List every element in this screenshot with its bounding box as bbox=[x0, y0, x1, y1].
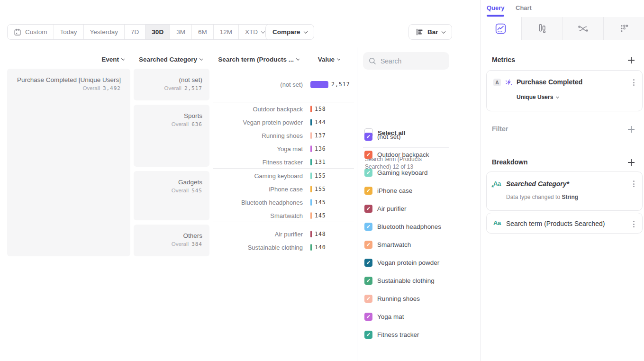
date-range-3m[interactable]: 3M bbox=[170, 25, 192, 39]
checkbox-checked-icon[interactable]: ✓ bbox=[364, 331, 372, 339]
checkbox-checked-icon[interactable]: ✓ bbox=[364, 259, 372, 267]
term-row-yoga-mat[interactable]: Yoga mat136 bbox=[213, 142, 354, 155]
event-cell[interactable]: Purchase Completed [Unique Users] Overal… bbox=[7, 69, 130, 256]
checkbox-checked-icon[interactable]: ✓ bbox=[364, 187, 372, 195]
tab-retention[interactable] bbox=[603, 17, 644, 40]
value-label: 155 bbox=[315, 182, 326, 196]
metric-measurement-dropdown[interactable]: Unique Users bbox=[517, 94, 559, 100]
breakdown-card-searched-category[interactable]: Aa* Searched Category* Data type changed… bbox=[486, 171, 643, 211]
column-header-event[interactable]: Event bbox=[66, 54, 125, 64]
category-cell-others[interactable]: OthersOverall384 bbox=[134, 225, 209, 256]
date-range-label: Yesterday bbox=[90, 28, 118, 36]
tab-insights[interactable] bbox=[481, 17, 521, 40]
legend-item-label: Air purifier bbox=[377, 205, 407, 212]
date-range-yesterday[interactable]: Yesterday bbox=[84, 25, 125, 39]
legend-item-air-purifier[interactable]: ✓Air purifier bbox=[364, 199, 473, 217]
legend-item-smartwatch[interactable]: ✓Smartwatch bbox=[364, 235, 473, 253]
add-breakdown-button[interactable] bbox=[628, 159, 635, 166]
term-row-fitness-tracker[interactable]: Fitness tracker131 bbox=[213, 155, 354, 169]
tab-query[interactable]: Query bbox=[487, 4, 505, 11]
term-row-air-purifier[interactable]: Air purifier148 bbox=[213, 227, 354, 241]
group-divider bbox=[213, 168, 354, 169]
checkbox-checked-icon[interactable]: ✓ bbox=[364, 277, 372, 285]
legend-item-label: Bluetooth headphones bbox=[377, 223, 441, 230]
legend-item-outdoor-backpack[interactable]: ✓Outdoor backpack bbox=[364, 145, 473, 163]
checkbox-checked-icon[interactable]: ✓ bbox=[364, 241, 372, 249]
value-bar bbox=[310, 172, 312, 179]
category-cell-not-set[interactable]: (not set)Overall2,517 bbox=[134, 69, 209, 100]
date-range-label: 7D bbox=[131, 28, 139, 36]
date-range-custom[interactable]: Custom bbox=[8, 25, 54, 39]
date-range-6m[interactable]: 6M bbox=[192, 25, 214, 39]
term-label: Running shoes bbox=[213, 129, 303, 142]
category-cell-sports[interactable]: SportsOverall636 bbox=[134, 105, 209, 167]
legend-item-bluetooth-headphones[interactable]: ✓Bluetooth headphones bbox=[364, 217, 473, 235]
legend-item-fitness-tracker[interactable]: ✓Fitness tracker bbox=[364, 325, 473, 343]
search-box[interactable] bbox=[363, 52, 449, 70]
legend-item-label: Fitness tracker bbox=[377, 331, 419, 338]
date-range-label: XTD bbox=[245, 28, 258, 36]
checkbox-checked-icon[interactable]: ✓ bbox=[364, 295, 372, 303]
chevron-down-icon bbox=[200, 56, 203, 60]
term-row-iphone-case[interactable]: iPhone case155 bbox=[213, 182, 354, 196]
filter-heading: Filter bbox=[492, 125, 508, 133]
breakdown-card-search-term[interactable]: Aa Search term (Products Searched) bbox=[486, 213, 643, 234]
calendar-icon bbox=[14, 28, 21, 36]
compare-button[interactable]: Compare bbox=[265, 24, 314, 40]
tab-chart[interactable]: Chart bbox=[516, 4, 532, 11]
legend-item-iphone-case[interactable]: ✓iPhone case bbox=[364, 181, 473, 199]
legend-item-gaming-keyboard[interactable]: ✓Gaming keyboard bbox=[364, 163, 473, 181]
term-row-not-set[interactable]: (not set)2,517 bbox=[213, 78, 354, 91]
date-range-30d[interactable]: 30D bbox=[145, 25, 170, 39]
retention-icon bbox=[619, 24, 629, 34]
column-header-searched-category[interactable]: Searched Category bbox=[134, 54, 203, 64]
legend-item-vegan-protein-powder[interactable]: ✓Vegan protein powder bbox=[364, 253, 473, 271]
term-label: Bluetooth headphones bbox=[213, 196, 303, 209]
checkbox-checked-icon[interactable]: ✓ bbox=[364, 313, 372, 321]
term-row-vegan-protein-powder[interactable]: Vegan protein powder144 bbox=[213, 116, 354, 129]
date-range-label: 3M bbox=[176, 28, 185, 36]
category-name: Gadgets bbox=[134, 178, 202, 186]
legend-item-not-set[interactable]: ✓(not set) bbox=[364, 127, 473, 145]
tab-flows[interactable] bbox=[562, 17, 604, 40]
date-range-label: 30D bbox=[152, 28, 163, 36]
series-letter-badge: A bbox=[493, 79, 501, 86]
legend-item-yoga-mat[interactable]: ✓Yoga mat bbox=[364, 307, 473, 325]
date-range-12m[interactable]: 12M bbox=[214, 25, 239, 39]
legend-item-label: Outdoor backpack bbox=[377, 151, 429, 158]
checkbox-checked-icon[interactable]: ✓ bbox=[364, 133, 372, 141]
term-row-sustainable-clothing[interactable]: Sustainable clothing140 bbox=[213, 241, 354, 254]
category-name: Sports bbox=[134, 112, 202, 120]
checkbox-checked-icon[interactable]: ✓ bbox=[364, 151, 372, 159]
search-input[interactable] bbox=[381, 57, 442, 65]
add-metric-button[interactable] bbox=[628, 57, 635, 63]
legend-item-label: iPhone case bbox=[377, 187, 412, 194]
term-row-running-shoes[interactable]: Running shoes137 bbox=[213, 129, 354, 142]
term-row-outdoor-backpack[interactable]: Outdoor backpack158 bbox=[213, 102, 354, 116]
tab-funnels[interactable] bbox=[521, 17, 562, 40]
category-cell-gadgets[interactable]: GadgetsOverall545 bbox=[134, 171, 209, 220]
chart-type-button[interactable]: Bar bbox=[408, 24, 452, 40]
string-property-icon: Aa bbox=[493, 219, 503, 228]
column-header-search-term[interactable]: Search term (Products ... bbox=[213, 54, 299, 64]
value-label: 131 bbox=[315, 155, 326, 169]
legend-item-sustainable-clothing[interactable]: ✓Sustainable clothing bbox=[364, 271, 473, 289]
legend-item-label: (not set) bbox=[377, 133, 401, 140]
metric-card[interactable]: A Purchase Completed Unique Users bbox=[486, 70, 643, 111]
value-label: 155 bbox=[315, 169, 326, 182]
breakdown-options-kebab-icon[interactable] bbox=[631, 220, 636, 228]
checkbox-checked-icon[interactable]: ✓ bbox=[364, 223, 372, 231]
checkbox-checked-icon[interactable]: ✓ bbox=[364, 205, 372, 213]
value-label: 145 bbox=[315, 196, 326, 209]
term-row-gaming-keyboard[interactable]: Gaming keyboard155 bbox=[213, 169, 354, 182]
term-row-bluetooth-headphones[interactable]: Bluetooth headphones145 bbox=[213, 196, 354, 209]
term-row-smartwatch[interactable]: Smartwatch145 bbox=[213, 209, 354, 222]
checkbox-checked-icon[interactable]: ✓ bbox=[364, 169, 372, 177]
add-filter-button[interactable] bbox=[628, 126, 635, 133]
metric-options-kebab-icon[interactable] bbox=[631, 78, 636, 87]
legend-item-running-shoes[interactable]: ✓Running shoes bbox=[364, 289, 473, 307]
column-header-value[interactable]: Value bbox=[308, 54, 340, 64]
date-range-today[interactable]: Today bbox=[54, 25, 84, 39]
date-range-7d[interactable]: 7D bbox=[125, 25, 145, 39]
breakdown-options-kebab-icon[interactable] bbox=[631, 180, 636, 188]
